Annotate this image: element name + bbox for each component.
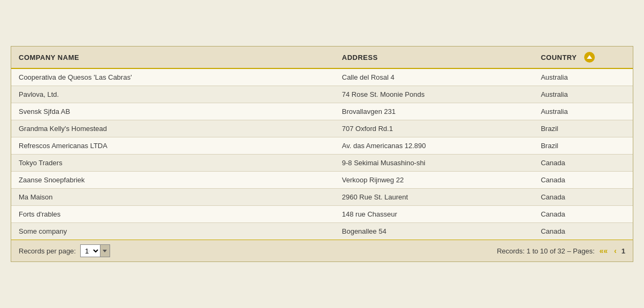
cell-country: Brazil [533,137,633,155]
prev-page-button[interactable]: ‹ [612,245,618,256]
cell-country: Australia [533,68,633,86]
cell-address: 2960 Rue St. Laurent [335,189,533,206]
cell-address: 707 Oxford Rd.1 [335,120,533,137]
table-row: Pavlova, Ltd.74 Rose St. Moonie PondsAus… [11,86,633,103]
first-page-button[interactable]: «« [598,245,610,256]
cell-country: Australia [533,86,633,103]
records-per-page-wrapper: 10 25 50 [80,244,110,257]
table-row: Svensk Sjfda ABBrovallavgen 231Australia [11,103,633,120]
cell-address: Verkoop Rijnweg 22 [335,172,533,189]
cell-company-name: Zaanse Snoepfabriek [11,172,335,189]
cell-country: Canada [533,155,633,172]
data-table-container: COMPANY NAME ADDRESS COUNTRY Cooperativa… [11,46,633,262]
table-body: Cooperativa de Quesos 'Las Cabras'Calle … [11,68,633,240]
cell-country: Canada [533,223,633,240]
table-footer-cell: Records per page: 10 25 50 [11,240,633,262]
records-per-page-section: Records per page: 10 25 50 [19,244,110,257]
table-row: Tokyo Traders9-8 Sekimai Musashino-shiCa… [11,155,633,172]
table-footer-row: Records per page: 10 25 50 [11,240,633,262]
table-row: Zaanse SnoepfabriekVerkoop Rijnweg 22Can… [11,172,633,189]
cell-company-name: Svensk Sjfda AB [11,103,335,120]
table-row: Forts d'rables148 rue ChasseurCanada [11,206,633,223]
records-per-page-label: Records per page: [19,247,76,255]
records-info-text: Records: 1 to 10 of 32 – Pages: [497,247,595,255]
header-country: COUNTRY [533,47,633,68]
cell-company-name: Pavlova, Ltd. [11,86,335,103]
cell-company-name: Cooperativa de Quesos 'Las Cabras' [11,68,335,86]
cell-address: Bogenallee 54 [335,223,533,240]
records-per-page-select[interactable]: 10 25 50 [81,245,100,257]
table-row: Some companyBogenallee 54Canada [11,223,633,240]
cell-address: Brovallavgen 231 [335,103,533,120]
cell-country: Canada [533,206,633,223]
header-address: ADDRESS [335,47,533,68]
cell-address: Av. das Americanas 12.890 [335,137,533,155]
table-row: Refrescos Americanas LTDAAv. das America… [11,137,633,155]
cell-company-name: Ma Maison [11,189,335,206]
table-row: Grandma Kelly's Homestead707 Oxford Rd.1… [11,120,633,137]
table-row: Ma Maison2960 Rue St. LaurentCanada [11,189,633,206]
header-company-name: COMPANY NAME [11,47,335,68]
cell-company-name: Refrescos Americanas LTDA [11,137,335,155]
cell-company-name: Forts d'rables [11,206,335,223]
cell-company-name: Tokyo Traders [11,155,335,172]
table-row: Cooperativa de Quesos 'Las Cabras'Calle … [11,68,633,86]
select-arrow-icon[interactable] [100,245,110,257]
cell-address: 148 rue Chasseur [335,206,533,223]
cell-country: Canada [533,172,633,189]
cell-address: 9-8 Sekimai Musashino-shi [335,155,533,172]
current-page-number: 1 [622,247,625,255]
pagination-info-section: Records: 1 to 10 of 32 – Pages: «« ‹ 1 [497,245,625,256]
main-table: COMPANY NAME ADDRESS COUNTRY Cooperativa… [11,47,633,261]
cell-address: 74 Rose St. Moonie Ponds [335,86,533,103]
cell-country: Brazil [533,120,633,137]
cell-country: Australia [533,103,633,120]
table-header-row: COMPANY NAME ADDRESS COUNTRY [11,47,633,68]
cell-address: Calle del Rosal 4 [335,68,533,86]
sort-country-button[interactable] [584,52,595,63]
cell-company-name: Some company [11,223,335,240]
cell-company-name: Grandma Kelly's Homestead [11,120,335,137]
cell-country: Canada [533,189,633,206]
